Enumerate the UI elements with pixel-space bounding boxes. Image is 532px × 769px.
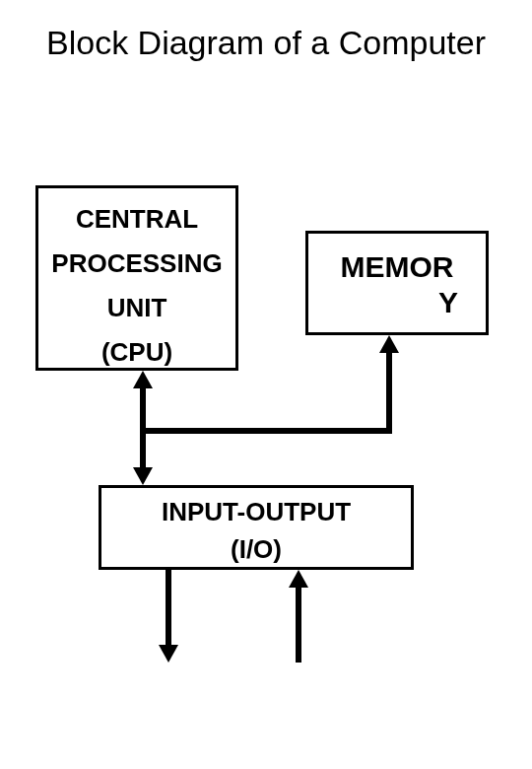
io-connector-line	[140, 428, 146, 471]
cpu-connector-arrow-up	[133, 371, 153, 388]
io-block: INPUT-OUTPUT (I/O)	[99, 485, 414, 570]
memory-connector-line	[386, 351, 392, 434]
io-line2: (I/O)	[101, 531, 411, 567]
io-connector-arrow-down	[133, 467, 153, 485]
io-line1: INPUT-OUTPUT	[101, 494, 411, 529]
io-output-arrow-right	[289, 570, 308, 588]
cpu-block: CENTRAL PROCESSING UNIT (CPU)	[35, 185, 238, 371]
io-output-line-right	[296, 586, 301, 663]
cpu-connector-line	[140, 386, 146, 434]
bus-line	[140, 428, 392, 434]
memory-line2: Y	[308, 285, 486, 320]
io-output-line-left	[166, 570, 171, 649]
cpu-line1: CENTRAL	[38, 200, 235, 239]
memory-connector-arrow-up	[379, 335, 399, 353]
diagram-title: Block Diagram of a Computer	[0, 24, 532, 62]
memory-block: MEMOR Y	[305, 231, 489, 335]
cpu-line3: UNIT	[38, 289, 235, 327]
cpu-line4: (CPU)	[38, 333, 235, 372]
io-output-arrow-left	[159, 645, 178, 663]
memory-line1: MEMOR	[308, 249, 486, 285]
cpu-line2: PROCESSING	[38, 245, 235, 283]
